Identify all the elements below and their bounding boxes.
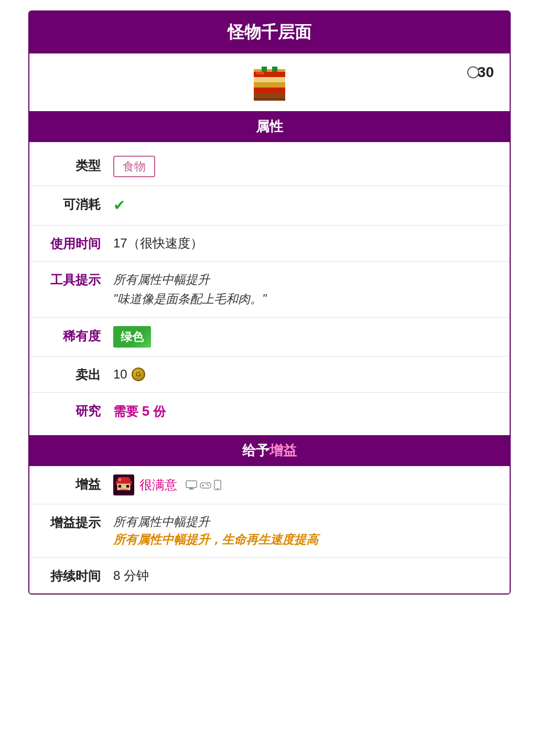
type-badge: 食物	[113, 156, 155, 177]
attr-label-duration: 持续时间	[29, 566, 113, 585]
buff-tip-normal: 所有属性中幅提升	[113, 513, 510, 531]
attr-value-buff-tip: 所有属性中幅提升 所有属性中幅提升，生命再生速度提高	[113, 513, 510, 549]
attr-label-buff: 增益	[29, 474, 113, 493]
attr-value-usetime: 17（很快速度）	[113, 234, 510, 253]
item-title-bar: 怪物千层面	[29, 12, 510, 53]
buff-header-suffix: 增益	[270, 442, 297, 458]
svg-point-24	[207, 483, 208, 484]
buff-name-text: 很满意	[139, 476, 177, 494]
buff-section-header: 给予增益	[29, 435, 510, 466]
attr-value-research: 需要 5 份	[113, 401, 510, 422]
svg-rect-16	[120, 489, 128, 490]
svg-rect-19	[190, 488, 193, 489]
attr-row-usetime: 使用时间 17（很快速度）	[29, 225, 510, 262]
svg-rect-15	[126, 485, 129, 488]
count-value: 30	[478, 64, 494, 81]
sell-amount: 10	[113, 365, 127, 384]
svg-rect-3	[254, 77, 285, 82]
svg-rect-5	[254, 69, 285, 72]
svg-rect-14	[118, 485, 121, 488]
coin-icon: G	[132, 368, 145, 381]
svg-rect-18	[186, 481, 197, 488]
svg-rect-20	[189, 489, 194, 490]
attr-value-rarity: 绿色	[113, 326, 510, 348]
item-image-section: ⃝ 30	[29, 53, 510, 111]
attr-row-rarity: 稀有度 绿色	[29, 318, 510, 357]
svg-rect-7	[272, 67, 277, 72]
attributes-section-header: 属性	[29, 111, 510, 142]
item-count: ⃝ 30	[476, 64, 494, 81]
svg-rect-8	[254, 98, 285, 101]
attr-label-tooltip: 工具提示	[29, 270, 113, 289]
mobile-icon	[214, 480, 221, 490]
item-card: 怪物千层面 ⃝ 30	[28, 10, 511, 595]
buff-extras	[186, 480, 221, 490]
check-icon: ✔	[113, 197, 125, 213]
attr-label-usetime: 使用时间	[29, 234, 113, 253]
buff-header-prefix: 给予	[242, 442, 270, 458]
attr-label-sell: 卖出	[29, 365, 113, 384]
svg-rect-27	[217, 488, 219, 489]
attr-label-type: 类型	[29, 156, 113, 175]
svg-rect-17	[118, 478, 121, 481]
gamepad-icon	[199, 480, 212, 490]
attr-row-type: 类型 食物	[29, 147, 510, 186]
buff-section: 增益 很满意	[29, 466, 510, 593]
svg-point-25	[208, 484, 209, 485]
attr-value-type: 食物	[113, 156, 510, 177]
attr-label-rarity: 稀有度	[29, 326, 113, 345]
rarity-badge: 绿色	[113, 326, 151, 348]
attr-value-buff: 很满意	[113, 474, 510, 495]
attr-label-research: 研究	[29, 401, 113, 420]
attr-row-buff: 增益 很满意	[29, 466, 510, 504]
attr-value-tooltip: 所有属性中幅提升 "味道像是面条配上毛和肉。"	[113, 270, 510, 309]
attributes-section: 类型 食物 可消耗 ✔ 使用时间 17（很快速度） 工具提示 所有属性中幅提升 …	[29, 142, 510, 435]
attr-row-duration: 持续时间 8 分钟	[29, 558, 510, 593]
attr-value-sell: 10 G	[113, 365, 510, 384]
svg-rect-9	[256, 72, 264, 74]
attr-value-duration: 8 分钟	[113, 566, 510, 585]
monitor-icon	[186, 480, 197, 490]
attr-label-consumable: 可消耗	[29, 195, 113, 213]
buff-icon	[113, 474, 134, 495]
attr-row-sell: 卖出 10 G	[29, 357, 510, 393]
item-image	[249, 64, 290, 106]
svg-rect-1	[254, 88, 285, 93]
attr-row-buff-tip: 增益提示 所有属性中幅提升 所有属性中幅提升，生命再生速度提高	[29, 504, 510, 558]
item-title: 怪物千层面	[228, 23, 311, 41]
attr-value-consumable: ✔	[113, 195, 510, 217]
attr-row-research: 研究 需要 5 份	[29, 393, 510, 430]
svg-rect-2	[254, 82, 285, 88]
buff-tip-special: 所有属性中幅提升，生命再生速度提高	[113, 531, 510, 549]
attr-label-buff-tip: 增益提示	[29, 513, 113, 532]
svg-rect-6	[262, 67, 267, 72]
attr-row-tooltip: 工具提示 所有属性中幅提升 "味道像是面条配上毛和肉。"	[29, 262, 510, 318]
attr-row-consumable: 可消耗 ✔	[29, 186, 510, 225]
